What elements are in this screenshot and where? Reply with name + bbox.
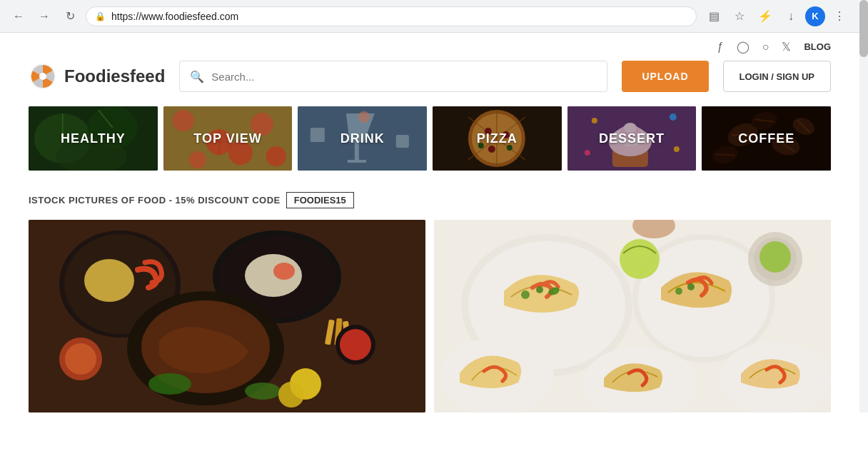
svg-point-73 <box>148 373 191 395</box>
pinterest-icon[interactable]: ○ <box>762 41 769 54</box>
food-photo-1 <box>29 220 425 412</box>
svg-point-87 <box>687 283 695 290</box>
svg-point-91 <box>760 241 791 273</box>
search-bar[interactable]: 🔍 <box>179 61 607 92</box>
category-pizza[interactable]: PIZZA <box>433 106 562 171</box>
category-pizza-label: PIZZA <box>433 106 562 171</box>
food-photo-2 <box>434 220 831 412</box>
svg-point-62 <box>245 254 302 297</box>
url-text: https://www.foodiesfeed.com <box>111 11 687 22</box>
login-button[interactable]: LOGIN / SIGN UP <box>723 61 831 92</box>
photo-item-1[interactable] <box>29 220 425 412</box>
promo-code: FOODIES15 <box>286 192 354 208</box>
facebook-icon[interactable]: ƒ <box>717 41 724 54</box>
svg-point-76 <box>278 382 304 407</box>
profile-button[interactable]: K <box>805 6 825 26</box>
scrollbar-track <box>859 0 868 412</box>
category-coffee-label: COFFEE <box>702 106 831 171</box>
svg-point-86 <box>675 288 682 295</box>
svg-point-81 <box>521 290 530 299</box>
upload-button[interactable]: UPLOAD <box>622 61 708 92</box>
svg-point-74 <box>245 383 281 400</box>
categories-section: HEALTHY <box>0 106 859 171</box>
bookmark-button[interactable]: ☆ <box>728 5 751 28</box>
category-topview-label: TOP VIEW <box>163 106 293 171</box>
category-topview[interactable]: TOP VIEW <box>163 106 293 171</box>
svg-point-63 <box>273 263 295 280</box>
category-dessert[interactable]: DESSERT <box>567 106 697 171</box>
svg-point-1 <box>39 73 46 80</box>
category-healthy[interactable]: HEALTHY <box>29 106 158 171</box>
svg-point-88 <box>620 239 660 279</box>
photo-grid <box>0 220 859 412</box>
svg-point-72 <box>65 343 96 375</box>
promo-text: ISTOCK PICTURES OF FOOD - 15% DISCOUNT C… <box>29 195 281 206</box>
category-dessert-label: DESSERT <box>567 106 697 171</box>
category-coffee[interactable]: COFFEE <box>702 106 831 171</box>
browser-chrome: ← → ↻ 🔒 https://www.foodiesfeed.com ▤ ☆ … <box>0 0 859 33</box>
scrollbar-thumb[interactable] <box>859 0 868 57</box>
social-bar: ƒ ◯ ○ 𝕏 BLOG <box>0 33 859 61</box>
twitter-icon[interactable]: 𝕏 <box>782 40 791 54</box>
svg-point-82 <box>536 286 543 293</box>
logo[interactable]: Foodiesfeed <box>29 62 165 91</box>
logo-text: Foodiesfeed <box>64 66 165 86</box>
download-button[interactable]: ↓ <box>779 5 802 28</box>
svg-point-59 <box>84 259 134 302</box>
blog-link[interactable]: BLOG <box>804 41 831 52</box>
secure-icon: 🔒 <box>95 11 106 21</box>
category-drink-label: DRINK <box>298 106 427 171</box>
search-icon: 🔍 <box>190 70 204 83</box>
svg-point-70 <box>340 329 371 360</box>
back-button[interactable]: ← <box>9 6 29 26</box>
address-bar[interactable]: 🔒 https://www.foodiesfeed.com <box>86 6 697 26</box>
category-healthy-label: HEALTHY <box>29 106 158 171</box>
instagram-icon[interactable]: ◯ <box>737 40 750 54</box>
browser-actions: ▤ ☆ ⚡ ↓ K ⋮ <box>702 5 851 28</box>
promo-bar: ISTOCK PICTURES OF FOOD - 15% DISCOUNT C… <box>0 192 859 208</box>
extensions-button[interactable]: ⚡ <box>754 5 777 28</box>
category-drink[interactable]: DRINK <box>298 106 427 171</box>
refresh-button[interactable]: ↻ <box>60 6 80 26</box>
photo-item-2[interactable] <box>434 220 831 412</box>
search-input[interactable] <box>211 71 597 83</box>
logo-icon <box>29 62 57 91</box>
cast-button[interactable]: ▤ <box>702 5 725 28</box>
menu-button[interactable]: ⋮ <box>828 5 851 28</box>
site-header: Foodiesfeed 🔍 UPLOAD LOGIN / SIGN UP <box>0 61 859 106</box>
forward-button[interactable]: → <box>34 6 54 26</box>
